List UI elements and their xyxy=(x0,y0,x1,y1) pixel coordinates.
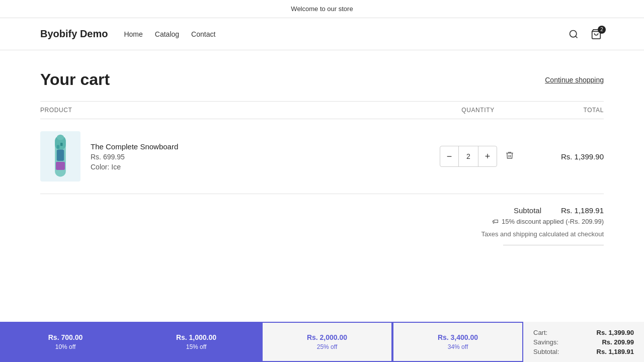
main-content: Your cart Continue shopping PRODUCT QUAN… xyxy=(0,50,644,361)
cart-table-header: PRODUCT QUANTITY TOTAL xyxy=(40,101,604,119)
discount-tier-2: Rs. 1,000.00 15% off xyxy=(131,322,262,361)
tier-3-amount: Rs. 2,000.00 xyxy=(307,333,347,341)
product-image xyxy=(40,131,80,182)
logo[interactable]: Byobify Demo xyxy=(40,28,108,40)
snowboard-illustration xyxy=(50,134,70,179)
delete-item-button[interactable] xyxy=(503,149,516,164)
quantity-increase-button[interactable]: + xyxy=(478,146,497,166)
svg-rect-7 xyxy=(57,145,59,149)
taxes-note: Taxes and shipping calculated at checkou… xyxy=(481,230,604,238)
discount-tag: 🏷 15% discount applied (-Rs. 209.99) xyxy=(492,218,604,225)
quantity-control: − 2 + xyxy=(440,146,497,167)
trash-icon xyxy=(505,151,514,160)
mini-subtotal-value: Rs. 1,189.91 xyxy=(597,348,634,355)
nav-home[interactable]: Home xyxy=(124,30,142,38)
discount-tier-1: Rs. 700.00 10% off xyxy=(0,322,131,361)
svg-point-0 xyxy=(570,30,577,37)
color-label: Color: xyxy=(91,163,109,171)
product-col: The Complete Snowboard Rs. 699.95 Color:… xyxy=(40,131,428,182)
cart-badge: 2 xyxy=(598,26,606,34)
svg-rect-8 xyxy=(60,143,63,146)
color-value: Ice xyxy=(111,163,121,171)
mini-cart-row: Cart: Rs. 1,399.90 xyxy=(533,329,634,336)
product-name: The Complete Snowboard xyxy=(91,142,178,151)
subtotal-value: Rs. 1,189.91 xyxy=(553,206,604,215)
nav-catalog[interactable]: Catalog xyxy=(155,30,179,38)
tier-1-pct: 10% off xyxy=(55,343,75,350)
quantity-value: 2 xyxy=(458,146,478,166)
svg-line-1 xyxy=(576,36,578,38)
announcement-bar: Welcome to our store xyxy=(0,0,644,18)
cart-summary-mini: Cart: Rs. 1,399.90 Savings: Rs. 209.99 S… xyxy=(523,322,644,361)
mini-cart-label: Cart: xyxy=(533,329,547,336)
tier-3-pct: 25% off xyxy=(317,343,337,350)
col-total-header: TOTAL xyxy=(528,107,604,114)
cart-item: The Complete Snowboard Rs. 699.95 Color:… xyxy=(40,119,604,194)
continue-shopping-button[interactable]: Continue shopping xyxy=(545,76,604,84)
subtotal-row: Subtotal Rs. 1,189.91 xyxy=(514,206,604,215)
svg-point-9 xyxy=(57,135,64,140)
quantity-col: − 2 + xyxy=(428,146,528,167)
discount-text: 15% discount applied (-Rs. 209.99) xyxy=(502,218,604,225)
mini-savings-row: Savings: Rs. 209.99 xyxy=(533,338,634,346)
discount-tier-3: Rs. 2,000.00 25% off xyxy=(262,322,392,361)
cart-button[interactable]: 2 xyxy=(589,27,604,42)
discount-tier-4: Rs. 3,400.00 34% off xyxy=(392,322,523,361)
subtotal-label: Subtotal xyxy=(514,206,541,215)
col-product-header: PRODUCT xyxy=(40,107,428,114)
search-button[interactable] xyxy=(567,27,581,41)
discount-bar: Rs. 700.00 10% off Rs. 1,000.00 15% off … xyxy=(0,322,644,361)
tier-2-pct: 15% off xyxy=(186,343,206,350)
mini-cart-value: Rs. 1,399.90 xyxy=(597,329,634,336)
header-left: Byobify Demo Home Catalog Contact xyxy=(40,28,215,40)
total-col: Rs. 1,399.90 xyxy=(528,152,604,161)
product-price: Rs. 699.95 xyxy=(91,153,178,161)
tier-1-amount: Rs. 700.00 xyxy=(48,333,83,341)
mini-savings-label: Savings: xyxy=(533,338,558,346)
product-variant: Color: Ice xyxy=(91,163,178,171)
svg-rect-6 xyxy=(56,162,65,170)
tag-icon: 🏷 xyxy=(492,218,499,225)
tier-4-pct: 34% off xyxy=(448,343,468,350)
product-info: The Complete Snowboard Rs. 699.95 Color:… xyxy=(91,142,178,171)
svg-rect-5 xyxy=(57,150,64,161)
announcement-text: Welcome to our store xyxy=(291,5,353,13)
mini-subtotal-row: Subtotal: Rs. 1,189.91 xyxy=(533,348,634,355)
search-icon xyxy=(569,29,579,39)
mini-subtotal-label: Subtotal: xyxy=(533,348,559,355)
main-nav: Home Catalog Contact xyxy=(124,30,215,38)
tier-2-amount: Rs. 1,000.00 xyxy=(176,333,216,341)
header-right: 2 xyxy=(567,27,604,42)
quantity-decrease-button[interactable]: − xyxy=(440,146,458,166)
cart-header: Your cart Continue shopping xyxy=(40,70,604,89)
cart-title: Your cart xyxy=(40,70,110,89)
tier-4-amount: Rs. 3,400.00 xyxy=(438,333,478,341)
nav-contact[interactable]: Contact xyxy=(191,30,215,38)
mini-savings-value: Rs. 209.99 xyxy=(602,338,634,346)
header: Byobify Demo Home Catalog Contact 2 xyxy=(0,18,644,50)
cart-summary: Subtotal Rs. 1,189.91 🏷 15% discount app… xyxy=(40,206,604,249)
col-quantity-header: QUANTITY xyxy=(428,107,528,114)
